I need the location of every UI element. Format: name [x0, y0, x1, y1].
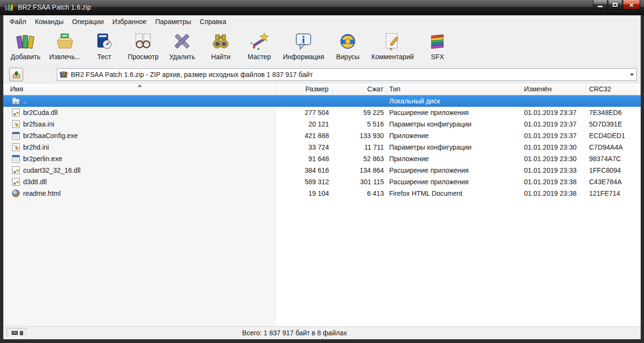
toolbar-button-label: Комментарий — [371, 53, 414, 61]
toolbar-virus-button[interactable]: Вирусы — [329, 29, 367, 62]
toolbar-button-label: Тест — [97, 53, 111, 61]
menu-file[interactable]: Файл — [5, 15, 30, 28]
toolbar: Добавить Извлечь... — [3, 28, 641, 66]
file-packed — [333, 95, 386, 107]
toolbar-wizard-button[interactable]: Мастер — [240, 29, 278, 62]
toolbar-add-button[interactable]: Добавить — [6, 29, 45, 62]
file-name: br2fsaa.ini — [23, 118, 54, 130]
file-type: Локальный диск — [386, 95, 521, 107]
file-name: cudart32_32_16.dll — [23, 165, 80, 176]
dropdown-arrow-button[interactable] — [628, 69, 636, 80]
file-name: br2fsaaConfig.exe — [23, 130, 78, 141]
table-row[interactable]: br2fsaa.ini 20 121 5 516 Параметры конфи… — [3, 118, 641, 130]
window-controls — [593, 0, 640, 10]
file-modified: 01.01.2019 23:37 — [521, 107, 586, 118]
address-bar: BR2 FSAA Patch 1.6.zip - ZIP архив, разм… — [3, 66, 641, 83]
file-type: Расширение приложения — [386, 107, 521, 118]
archive-path-combobox[interactable]: BR2 FSAA Patch 1.6.zip - ZIP архив, разм… — [57, 68, 637, 81]
file-crc: 5D7D391E — [586, 118, 641, 130]
keyboard-icon — [12, 331, 18, 335]
column-header-packed[interactable]: Сжат — [333, 83, 386, 95]
menu-options[interactable]: Параметры — [151, 15, 196, 28]
up-button[interactable] — [9, 68, 23, 81]
window-title: BR2 FSAA Patch 1.6.zip — [18, 3, 91, 11]
table-row[interactable]: br2fsaaConfig.exe 421 888 133 930 Прилож… — [3, 130, 641, 141]
delete-icon — [171, 31, 193, 52]
folder-up-icon — [12, 70, 21, 79]
exe-file-icon — [12, 155, 20, 163]
file-type: Firefox HTML Document — [386, 188, 521, 199]
table-row[interactable]: br2perlin.exe 91 648 52 863 Приложение 0… — [3, 153, 641, 165]
table-row[interactable]: br2hd.ini 33 724 11 711 Параметры конфиг… — [3, 141, 641, 153]
menu-favorites[interactable]: Избранное — [108, 15, 151, 28]
toolbar-test-button[interactable]: Тест — [85, 29, 123, 62]
table-row[interactable]: br2Cuda.dll 277 504 59 225 Расширение пр… — [3, 107, 641, 118]
file-packed: 301 115 — [333, 176, 386, 188]
minimize-button[interactable] — [593, 0, 607, 10]
file-type: Параметры конфигурации — [386, 141, 521, 153]
toolbar-button-label: Вирусы — [336, 53, 360, 61]
file-name: br2hd.ini — [23, 141, 49, 153]
archive-path-value: BR2 FSAA Patch 1.6.zip - ZIP архив, разм… — [71, 71, 628, 78]
file-crc: ECD4DED1 — [586, 130, 641, 141]
column-header-type[interactable]: Тип — [386, 83, 521, 95]
toolbar-view-button[interactable]: Просмотр — [123, 29, 163, 62]
archive-icon — [60, 71, 68, 78]
find-icon — [210, 31, 232, 52]
file-modified: 01.01.2019 23:38 — [521, 176, 586, 188]
menu-operations[interactable]: Операции — [68, 15, 108, 28]
toolbar-sfx-button[interactable]: SFX — [418, 29, 457, 62]
maximize-button[interactable] — [608, 0, 622, 10]
toolbar-button-label: Найти — [211, 53, 230, 61]
file-list-body: .. Локальный диск br2Cuda.dll 277 504 59… — [3, 95, 641, 326]
file-list: Имя Размер Сжат Тип Изменён CRC32 .. Лок… — [3, 83, 641, 326]
column-header-size[interactable]: Размер — [276, 83, 333, 95]
file-modified: 01.01.2019 23:33 — [521, 165, 586, 176]
table-row[interactable]: cudart32_32_16.dll 384 616 134 864 Расши… — [3, 165, 641, 176]
column-header-modified[interactable]: Изменён — [521, 83, 586, 95]
wizard-icon — [248, 31, 270, 52]
ini-file-icon — [12, 143, 20, 151]
close-icon — [629, 1, 634, 9]
table-row[interactable]: readme.html 19 104 6 413 Firefox HTML Do… — [3, 188, 641, 199]
column-header-row: Имя Размер Сжат Тип Изменён CRC32 — [3, 83, 641, 95]
exe-file-icon — [12, 132, 20, 140]
winrar-window: BR2 FSAA Patch 1.6.zip Файл Команды Опер… — [0, 0, 644, 343]
folder-up-icon — [12, 99, 20, 104]
status-total: Всего: 1 837 917 байт в 8 файлах — [28, 329, 638, 337]
toolbar-comment-button[interactable]: Комментарий — [367, 29, 418, 62]
dll-file-icon — [12, 178, 20, 186]
file-packed: 59 225 — [333, 107, 386, 118]
sort-ascending-icon — [137, 84, 142, 87]
menu-commands[interactable]: Команды — [30, 15, 67, 28]
file-size: 20 121 — [276, 118, 333, 130]
file-name: d3d8.dll — [23, 176, 47, 188]
file-modified: 01.01.2019 23:38 — [521, 188, 586, 199]
file-name: br2Cuda.dll — [23, 107, 58, 118]
table-row-parent-dir[interactable]: .. Локальный диск — [3, 95, 641, 107]
file-packed: 52 863 — [333, 153, 386, 165]
toolbar-find-button[interactable]: Найти — [201, 29, 240, 62]
window-frame: Файл Команды Операции Избранное Параметр… — [0, 15, 644, 343]
file-size: 91 648 — [276, 153, 333, 165]
title-bar: BR2 FSAA Patch 1.6.zip — [0, 0, 644, 15]
file-name: br2perlin.exe — [23, 153, 62, 165]
column-header-crc32[interactable]: CRC32 — [586, 83, 641, 95]
client-area: Файл Команды Операции Избранное Параметр… — [3, 15, 641, 340]
file-size: 19 104 — [276, 188, 333, 199]
toolbar-info-button[interactable]: Информация — [278, 29, 329, 62]
toolbar-button-label: Удалить — [170, 53, 195, 61]
sfx-icon — [426, 31, 448, 52]
test-icon — [93, 31, 115, 52]
file-modified: 01.01.2019 23:30 — [521, 153, 586, 165]
table-row[interactable]: d3d8.dll 589 312 301 115 Расширение прил… — [3, 176, 641, 188]
toolbar-extract-button[interactable]: Извлечь... — [45, 29, 85, 62]
close-button[interactable] — [623, 0, 640, 10]
file-size: 421 888 — [276, 130, 333, 141]
file-crc: C7D94A4A — [586, 141, 641, 153]
menu-help[interactable]: Справка — [196, 15, 231, 28]
ini-file-icon — [12, 120, 20, 128]
file-modified: 01.01.2019 23:37 — [521, 130, 586, 141]
file-size: 384 616 — [276, 165, 333, 176]
toolbar-delete-button[interactable]: Удалить — [163, 29, 201, 62]
